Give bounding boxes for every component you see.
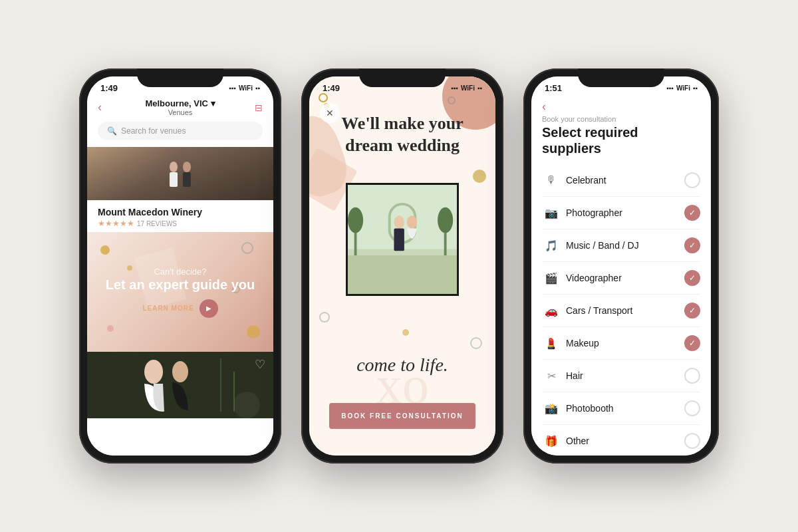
supplier-item-hair[interactable]: ✂Hair xyxy=(542,360,700,392)
promo-banner: Can't decide? Let an expert guide you LE… xyxy=(87,232,273,352)
status-icons-1: ▪▪▪ WiFi ▪▪ xyxy=(229,84,260,92)
supplier-label-0: Celebrant xyxy=(566,175,684,186)
supplier-icon-4: 🚗 xyxy=(542,301,561,320)
supplier-checkbox-5[interactable]: ✓ xyxy=(684,335,700,351)
heart-icon[interactable]: ♡ xyxy=(255,357,265,372)
venue-name: Mount Macedon Winery xyxy=(98,207,263,217)
supplier-checkbox-1[interactable]: ✓ xyxy=(684,205,700,221)
svg-rect-8 xyxy=(233,372,235,412)
location-display[interactable]: Melbourne, VIC ▾ Venues xyxy=(145,98,215,116)
battery-icon: ▪▪ xyxy=(255,84,260,92)
search-bar[interactable]: 🔍 Search for venues xyxy=(98,122,263,140)
supplier-icon-6: ✂ xyxy=(542,366,561,385)
supplier-icon-0: 🎙 xyxy=(542,171,561,190)
filter-icon[interactable]: ⊟ xyxy=(255,102,263,113)
svg-point-16 xyxy=(407,215,417,228)
supplier-label-6: Hair xyxy=(566,370,684,381)
supplier-icon-1: 📷 xyxy=(542,203,561,222)
p3-header: ‹ Book your consultation Select required… xyxy=(531,96,711,159)
supplier-icon-3: 🎬 xyxy=(542,269,561,287)
come-text: come to life. xyxy=(356,354,448,375)
supplier-item-videographer[interactable]: 🎬Videographer✓ xyxy=(542,262,700,295)
wifi-icon-2: WiFi xyxy=(461,84,475,92)
phone3-screen: 1:51 ▪▪▪ WiFi ▪▪ ‹ Book your consultatio… xyxy=(531,76,711,456)
supplier-label-2: Music / Band / DJ xyxy=(566,240,684,251)
wedding-couple-svg xyxy=(348,185,457,294)
back-button-3[interactable]: ‹ xyxy=(542,100,546,113)
wedding-photo xyxy=(348,185,457,294)
svg-point-2 xyxy=(183,162,191,172)
supplier-checkbox-0[interactable] xyxy=(684,172,700,188)
star-rating: ★★★★★ xyxy=(98,219,134,228)
supplier-checkbox-7[interactable] xyxy=(684,400,700,416)
supplier-icon-7: 📸 xyxy=(542,399,561,418)
supplier-item-other[interactable]: 🎁Other xyxy=(542,425,700,456)
supplier-checkbox-6[interactable] xyxy=(684,368,700,384)
book-free-consultation-button[interactable]: BOOK FREE CONSULTATION xyxy=(329,403,475,429)
couple-photo-svg xyxy=(87,352,273,418)
supplier-checkbox-4[interactable]: ✓ xyxy=(684,303,700,319)
wifi-icon: WiFi xyxy=(239,84,253,92)
search-icon: 🔍 xyxy=(107,126,117,136)
battery-icon-2: ▪▪ xyxy=(477,84,482,92)
supplier-label-4: Cars / Transport xyxy=(566,305,684,316)
svg-point-6 xyxy=(172,361,188,382)
learn-more-container[interactable]: LEARN MORE ▶ xyxy=(142,299,217,318)
cant-decide-text: Can't decide? xyxy=(154,267,206,277)
play-button[interactable]: ▶ xyxy=(200,299,218,318)
svg-point-20 xyxy=(438,207,453,233)
status-icons-2: ▪▪▪ WiFi ▪▪ xyxy=(451,84,482,92)
supplier-item-photobooth[interactable]: 📸Photobooth xyxy=(542,392,700,425)
phone-3: 1:51 ▪▪▪ WiFi ▪▪ ‹ Book your consultatio… xyxy=(523,68,719,464)
headline-line1: We'll make your xyxy=(341,114,463,133)
phone1-screen: 1:49 ▪▪▪ WiFi ▪▪ ‹ Melbourne, VIC ▾ Venu… xyxy=(87,76,273,456)
supplier-list: 🎙Celebrant📷Photographer✓🎵Music / Band / … xyxy=(531,159,711,456)
review-count: 17 REVIEWS xyxy=(137,220,177,227)
supplier-checkbox-2[interactable]: ✓ xyxy=(684,237,700,253)
svg-point-5 xyxy=(144,360,163,384)
supplier-label-8: Other xyxy=(566,436,684,446)
supplier-icon-5: 💄 xyxy=(542,334,561,352)
couple-photo-bottom: ♡ xyxy=(87,352,273,418)
couple-hero-svg xyxy=(154,154,207,200)
supplier-checkbox-8[interactable] xyxy=(684,433,700,449)
select-suppliers-title: Select required suppliers xyxy=(542,124,700,156)
supplier-item-makeup[interactable]: 💄Makeup✓ xyxy=(542,327,700,360)
supplier-label-7: Photobooth xyxy=(566,403,684,414)
svg-rect-3 xyxy=(183,172,191,187)
svg-point-7 xyxy=(233,392,260,418)
back-button-1[interactable]: ‹ xyxy=(98,100,102,114)
supplier-item-music---band---dj[interactable]: 🎵Music / Band / DJ✓ xyxy=(542,229,700,262)
phone-2: 1:49 ▪▪▪ WiFi ▪▪ xyxy=(301,68,503,464)
time-1: 1:49 xyxy=(100,83,118,93)
wifi-icon-3: WiFi xyxy=(676,84,690,92)
close-button[interactable]: ✕ xyxy=(320,103,340,123)
p1-header: ‹ Melbourne, VIC ▾ Venues ⊟ xyxy=(87,96,273,122)
supplier-item-cars---transport[interactable]: 🚗Cars / Transport✓ xyxy=(542,295,700,327)
venue-card[interactable]: Mount Macedon Winery ★★★★★ 17 REVIEWS xyxy=(87,200,273,232)
supplier-item-photographer[interactable]: 📷Photographer✓ xyxy=(542,197,700,229)
search-placeholder: Search for venues xyxy=(121,126,186,136)
svg-rect-13 xyxy=(348,255,457,294)
svg-rect-15 xyxy=(394,229,404,251)
time-3: 1:51 xyxy=(545,83,562,93)
venues-label: Venues xyxy=(145,108,215,116)
supplier-label-5: Makeup xyxy=(566,338,684,348)
notch-3 xyxy=(578,68,664,87)
battery-icon-3: ▪▪ xyxy=(693,84,698,92)
svg-point-0 xyxy=(170,162,178,172)
signal-icon-2: ▪▪▪ xyxy=(451,84,458,92)
supplier-icon-8: 🎁 xyxy=(542,432,561,450)
supplier-icon-2: 🎵 xyxy=(542,236,561,255)
hero-image xyxy=(87,147,273,200)
svg-rect-9 xyxy=(220,358,221,412)
learn-more-label: LEARN MORE xyxy=(142,305,194,312)
status-icons-3: ▪▪▪ WiFi ▪▪ xyxy=(666,84,698,92)
phone-1: 1:49 ▪▪▪ WiFi ▪▪ ‹ Melbourne, VIC ▾ Venu… xyxy=(79,68,281,464)
supplier-checkbox-3[interactable]: ✓ xyxy=(684,270,700,286)
svg-rect-1 xyxy=(170,172,178,187)
supplier-label-3: Videographer xyxy=(566,273,684,283)
headline-text: We'll make your dream wedding xyxy=(329,113,475,156)
supplier-item-celebrant[interactable]: 🎙Celebrant xyxy=(542,164,700,197)
phone2-screen: 1:49 ▪▪▪ WiFi ▪▪ xyxy=(309,76,495,456)
